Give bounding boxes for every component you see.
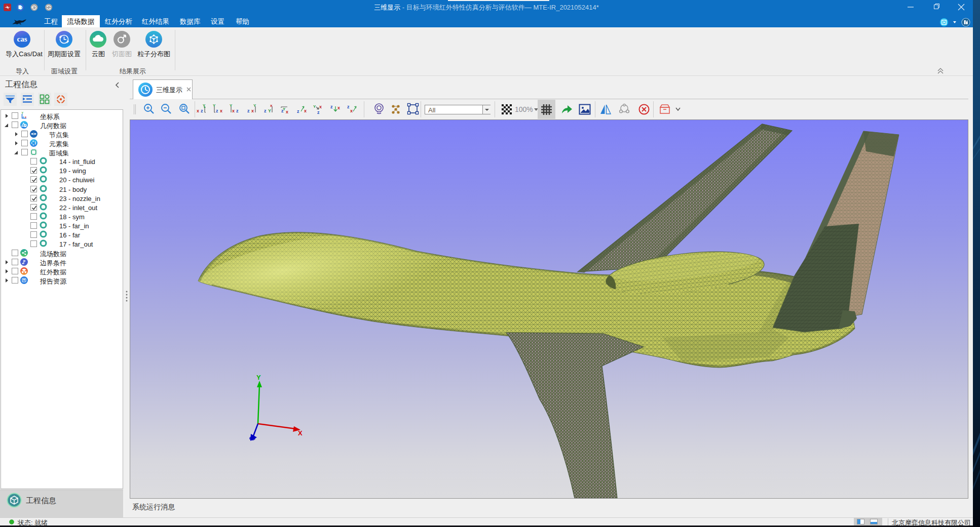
svg-text:Y: Y [268,108,271,113]
svg-text:x: x [286,109,288,114]
svg-text:x: x [251,108,254,113]
svg-text:x: x [304,108,307,113]
svg-text:z: z [201,108,203,113]
svg-text:z: z [264,108,267,113]
svg-text:z: z [297,109,299,114]
svg-text:x: x [319,104,322,109]
svg-text:z: z [317,110,320,115]
svg-text:Y: Y [313,104,316,109]
svg-text:x: x [337,105,340,110]
svg-text:Y: Y [253,103,256,108]
svg-text:z: z [247,108,250,113]
svg-text:x: x [220,108,222,113]
svg-text:z: z [330,104,333,109]
svg-text:x: x [232,108,235,113]
svg-text:X: X [298,429,303,437]
svg-text:Y: Y [213,103,216,108]
svg-text:z: z [236,108,239,113]
svg-text:z: z [347,104,350,109]
svg-text:x: x [197,108,199,113]
svg-text:x: x [350,108,353,113]
svg-text:Y: Y [283,107,286,111]
svg-text:Y: Y [256,374,261,381]
svg-text:Y: Y [230,103,233,108]
svg-text:z: z [216,108,218,113]
svg-text:x: x [270,103,273,108]
